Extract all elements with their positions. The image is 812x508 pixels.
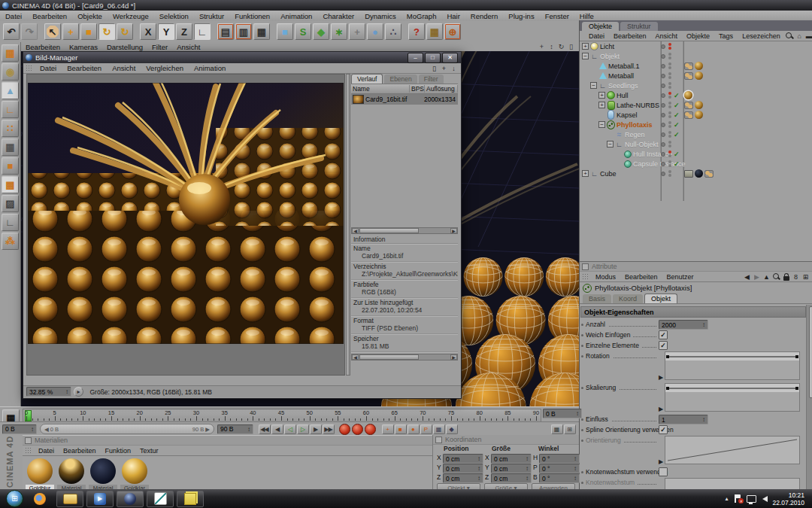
tree-item-objekt[interactable]: −∟Objekt [580,51,812,61]
prev-frame-icon[interactable]: ◁ [284,424,296,434]
object-axis-mode-icon[interactable]: ∟ [2,101,19,118]
list-hscrollbar[interactable]: ◀▶ [351,227,458,234]
pan-view-icon[interactable]: + [537,43,547,50]
panel-grip-icon[interactable] [25,447,32,454]
add-scene-icon[interactable]: ● [367,23,383,40]
texture-mode-icon[interactable]: ▩ [2,176,19,193]
zoom-fit-button[interactable]: ▸ [74,387,83,397]
range-end-field[interactable]: 90 B↕ [217,424,253,434]
list-column-name[interactable]: Name [351,85,410,93]
text-editor-icon[interactable] [147,491,174,507]
attribute-scrollbar[interactable] [806,305,812,490]
coord-field-y-0[interactable]: 0 cm↕ [443,464,483,473]
firefox-icon[interactable] [26,491,53,507]
phong-tag-icon[interactable] [704,170,714,178]
goto-start-icon[interactable]: ◀◀ [259,424,271,434]
menu-selektion[interactable]: Selektion [154,12,194,20]
cinema4d-icon[interactable] [117,491,144,507]
attr-menu-benutzer[interactable]: Benutzer [662,273,698,281]
info-hscrollbar[interactable]: ◀▶ [351,354,458,360]
render-settings-icon[interactable]: ▦ [253,23,270,40]
attr-tab-objekt[interactable]: Objekt [644,294,677,303]
list-column-bps[interactable]: BPS [410,85,425,93]
workplane-snap-icon[interactable]: ◆ [446,424,458,434]
media-player-icon[interactable]: ▶ [86,491,114,507]
coord-field-x-1[interactable]: 0 cm↕ [491,454,532,464]
zoom-level-field[interactable]: 32.85 %↕ [26,387,71,397]
texture-tag-icon[interactable] [695,111,703,119]
timeline-scrollbar[interactable]: ◀ 0 B90 B ▶ [40,424,214,434]
attr-checkbox[interactable] [659,467,668,476]
layout-grip-icon[interactable]: ▦ [551,424,563,434]
layer-icon[interactable]: ▬ [804,32,812,40]
xpresso-icon[interactable]: ▦ [426,23,443,40]
maximize-button[interactable]: □ [425,53,441,63]
texture-tag-icon[interactable] [695,169,703,178]
goto-end-icon[interactable]: ▶▶ [323,424,335,434]
rotate-icon[interactable]: ↻ [98,23,115,40]
om-menu-bearbeiten[interactable]: Bearbeiten [609,32,651,40]
volume-icon[interactable] [762,496,768,502]
phong-tag-icon[interactable] [684,102,693,109]
texture-tag-icon[interactable] [695,62,703,70]
coord-field-x-0[interactable]: 0 cm↕ [443,454,483,464]
tree-item-phyllotaxis[interactable]: −Phyllotaxis✓ [580,120,812,129]
minimize-button[interactable]: – [408,53,423,63]
render-picture-viewer-icon[interactable]: ▥ [235,23,252,40]
visibility-dots[interactable] [661,51,682,61]
expander-icon[interactable]: + [598,92,605,99]
visibility-dots[interactable]: ✓ [661,159,682,169]
attr-checkbox[interactable]: ✓ [659,330,668,339]
new-panel-icon[interactable]: ⊞ [801,272,810,281]
expand-triangle-icon[interactable]: ▶ [659,374,663,381]
detach-panel-icon[interactable]: ⊞ [564,424,576,434]
sticky-notes-icon[interactable] [177,491,204,507]
coord-field-b-2[interactable]: 0 °↕ [539,473,580,483]
material-material[interactable]: Material [57,458,86,492]
material-menu-datei[interactable]: Datei [34,447,59,455]
viewport-menu-darstellung[interactable]: Darstellung [102,43,147,51]
timeline-track[interactable]: 051015202530354045505560657075808590 [23,409,541,422]
search-icon[interactable] [771,272,781,281]
spline-widget[interactable] [665,436,800,464]
visibility-dots[interactable]: ✓ [661,100,682,110]
visibility-dots[interactable] [661,139,682,149]
content-browser-icon[interactable]: ⊕ [444,23,461,40]
tree-item-null-objekt[interactable]: −∟Null-Objekt [580,139,812,149]
move-icon[interactable]: + [62,23,79,40]
visibility-dots[interactable] [661,41,682,51]
menu-animation[interactable]: Animation [275,12,317,20]
tree-item-regen[interactable]: ≈Regen✓ [580,129,812,139]
auto-switch-mode-icon[interactable]: ▲ [2,82,19,99]
expander-icon[interactable]: − [582,53,589,59]
attr-menu-modus[interactable]: Modus [591,273,620,281]
compositing-tag-icon[interactable] [684,170,693,178]
bm-menu-vergleichen[interactable]: Vergleichen [141,64,189,72]
attr-checkbox[interactable]: ✓ [659,425,668,434]
menu-funktionen[interactable]: Funktionen [229,12,275,20]
coordinate-system-icon[interactable]: ∟ [194,23,211,40]
next-object-icon[interactable]: ▶ [752,272,762,281]
texture-tag-icon[interactable] [695,71,703,80]
record-keyframe-icon[interactable] [339,424,350,435]
navigate-icon[interactable]: + [439,64,449,72]
material-goldklar[interactable]: Goldklar [120,458,149,492]
range-start-field[interactable]: 0 B↕ [2,424,37,434]
tree-item-hull[interactable]: +Hull✓ [580,90,812,100]
layout-icon[interactable]: ▯ [429,64,439,72]
workplane-mode-icon[interactable]: ∟ [2,214,19,231]
material-menu-textur[interactable]: Textur [135,447,163,455]
expander-icon[interactable]: − [598,121,605,128]
menu-fenster[interactable]: Fenster [540,12,574,20]
spline-widget[interactable] [665,478,800,490]
coord-field-h-2[interactable]: 0 °↕ [539,454,580,464]
bild-manager-titlebar[interactable]: Bild-Manager –□✕ [23,52,461,63]
visibility-dots[interactable]: ✓ [661,149,682,159]
live-selection-icon[interactable]: ↖ [44,23,61,40]
network-icon[interactable] [747,495,756,503]
next-frame-icon[interactable]: ▶ [310,424,322,434]
points-mode-icon[interactable]: ∷ [2,120,19,137]
up-hierarchy-icon[interactable]: ▲ [762,272,771,281]
menu-datei[interactable]: Datei [0,12,27,20]
om-menu-datei[interactable]: Datei [584,32,609,40]
